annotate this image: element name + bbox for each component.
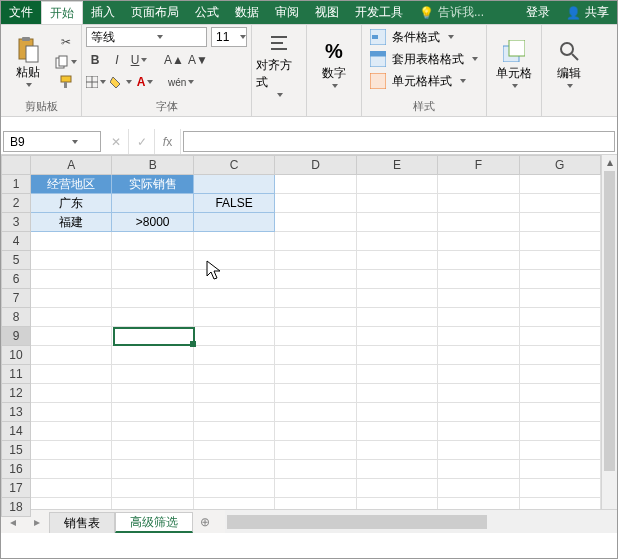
- cell-F13[interactable]: [438, 403, 519, 422]
- cell-D17[interactable]: [275, 479, 356, 498]
- cell-D8[interactable]: [275, 308, 356, 327]
- tab-home[interactable]: 开始: [41, 1, 83, 24]
- cell-C1[interactable]: [194, 175, 275, 194]
- cell-A3[interactable]: 福建: [31, 213, 112, 232]
- row-header-10[interactable]: 10: [1, 346, 31, 365]
- cell-G13[interactable]: [520, 403, 601, 422]
- cell-G11[interactable]: [520, 365, 601, 384]
- bold-button[interactable]: B: [86, 51, 104, 69]
- phonetic-button[interactable]: wén: [168, 73, 194, 91]
- cell-G1[interactable]: [520, 175, 601, 194]
- row-header-14[interactable]: 14: [1, 422, 31, 441]
- cell-B11[interactable]: [112, 365, 193, 384]
- row-header-2[interactable]: 2: [1, 194, 31, 213]
- font-size-input[interactable]: [216, 30, 234, 44]
- cell-F1[interactable]: [438, 175, 519, 194]
- cell-C7[interactable]: [194, 289, 275, 308]
- cell-B18[interactable]: [112, 498, 193, 509]
- cell-A18[interactable]: [31, 498, 112, 509]
- cell-C14[interactable]: [194, 422, 275, 441]
- cell-B9[interactable]: [112, 327, 193, 346]
- row-header-9[interactable]: 9: [1, 327, 31, 346]
- cell-C8[interactable]: [194, 308, 275, 327]
- tab-data[interactable]: 数据: [227, 1, 267, 24]
- cell-D3[interactable]: [275, 213, 356, 232]
- cell-C10[interactable]: [194, 346, 275, 365]
- cell-C15[interactable]: [194, 441, 275, 460]
- cell-A14[interactable]: [31, 422, 112, 441]
- chevron-down-icon[interactable]: [72, 140, 78, 144]
- col-header-A[interactable]: A: [31, 155, 112, 175]
- cell-D9[interactable]: [275, 327, 356, 346]
- formula-input[interactable]: [183, 131, 615, 152]
- row-header-15[interactable]: 15: [1, 441, 31, 460]
- row-header-7[interactable]: 7: [1, 289, 31, 308]
- cell-F14[interactable]: [438, 422, 519, 441]
- cell-D7[interactable]: [275, 289, 356, 308]
- tell-me[interactable]: 💡告诉我...: [411, 1, 492, 24]
- cell-E5[interactable]: [357, 251, 438, 270]
- sheet-tab-1[interactable]: 销售表: [49, 512, 115, 533]
- cell-B7[interactable]: [112, 289, 193, 308]
- cell-G12[interactable]: [520, 384, 601, 403]
- cell-F5[interactable]: [438, 251, 519, 270]
- cell-C18[interactable]: [194, 498, 275, 509]
- name-box-input[interactable]: [10, 135, 70, 149]
- cell-C13[interactable]: [194, 403, 275, 422]
- font-color-button[interactable]: A: [136, 73, 154, 91]
- cell-C17[interactable]: [194, 479, 275, 498]
- cell-A4[interactable]: [31, 232, 112, 251]
- row-header-4[interactable]: 4: [1, 232, 31, 251]
- cell-E1[interactable]: [357, 175, 438, 194]
- col-header-B[interactable]: B: [112, 155, 193, 175]
- col-header-E[interactable]: E: [357, 155, 438, 175]
- fx-button[interactable]: fx: [155, 129, 181, 154]
- cell-D6[interactable]: [275, 270, 356, 289]
- row-header-13[interactable]: 13: [1, 403, 31, 422]
- cell-A12[interactable]: [31, 384, 112, 403]
- tab-page-layout[interactable]: 页面布局: [123, 1, 187, 24]
- cell-B4[interactable]: [112, 232, 193, 251]
- row-header-12[interactable]: 12: [1, 384, 31, 403]
- col-header-C[interactable]: C: [194, 155, 275, 175]
- col-header-G[interactable]: G: [520, 155, 601, 175]
- cell-G14[interactable]: [520, 422, 601, 441]
- row-header-6[interactable]: 6: [1, 270, 31, 289]
- row-header-18[interactable]: 18: [1, 498, 31, 517]
- cell-G6[interactable]: [520, 270, 601, 289]
- name-box[interactable]: [3, 131, 101, 152]
- new-sheet-button[interactable]: ⊕: [193, 510, 217, 533]
- table-format-button[interactable]: 套用表格格式: [366, 49, 482, 69]
- cell-C12[interactable]: [194, 384, 275, 403]
- cell-B3[interactable]: >8000: [112, 213, 193, 232]
- cell-F2[interactable]: [438, 194, 519, 213]
- cell-D15[interactable]: [275, 441, 356, 460]
- cell-B15[interactable]: [112, 441, 193, 460]
- cell-F17[interactable]: [438, 479, 519, 498]
- editing-button[interactable]: 编辑: [546, 27, 592, 100]
- cell-A1[interactable]: 经营地区: [31, 175, 112, 194]
- cell-C2[interactable]: FALSE: [194, 194, 275, 213]
- cell-F4[interactable]: [438, 232, 519, 251]
- sheet-tab-2[interactable]: 高级筛选: [115, 512, 193, 533]
- row-header-17[interactable]: 17: [1, 479, 31, 498]
- cell-D12[interactable]: [275, 384, 356, 403]
- cell-E17[interactable]: [357, 479, 438, 498]
- cell-F9[interactable]: [438, 327, 519, 346]
- cell-F12[interactable]: [438, 384, 519, 403]
- tab-view[interactable]: 视图: [307, 1, 347, 24]
- tab-review[interactable]: 审阅: [267, 1, 307, 24]
- cell-B8[interactable]: [112, 308, 193, 327]
- cell-C5[interactable]: [194, 251, 275, 270]
- cell-E8[interactable]: [357, 308, 438, 327]
- cut-button[interactable]: ✂: [55, 33, 77, 51]
- alignment-button[interactable]: 对齐方式: [256, 27, 302, 100]
- cell-C16[interactable]: [194, 460, 275, 479]
- borders-button[interactable]: [86, 73, 106, 91]
- cell-E6[interactable]: [357, 270, 438, 289]
- format-painter-button[interactable]: [55, 73, 77, 91]
- row-header-8[interactable]: 8: [1, 308, 31, 327]
- cell-G15[interactable]: [520, 441, 601, 460]
- cell-styles-button[interactable]: 单元格样式: [366, 71, 482, 91]
- cell-D18[interactable]: [275, 498, 356, 509]
